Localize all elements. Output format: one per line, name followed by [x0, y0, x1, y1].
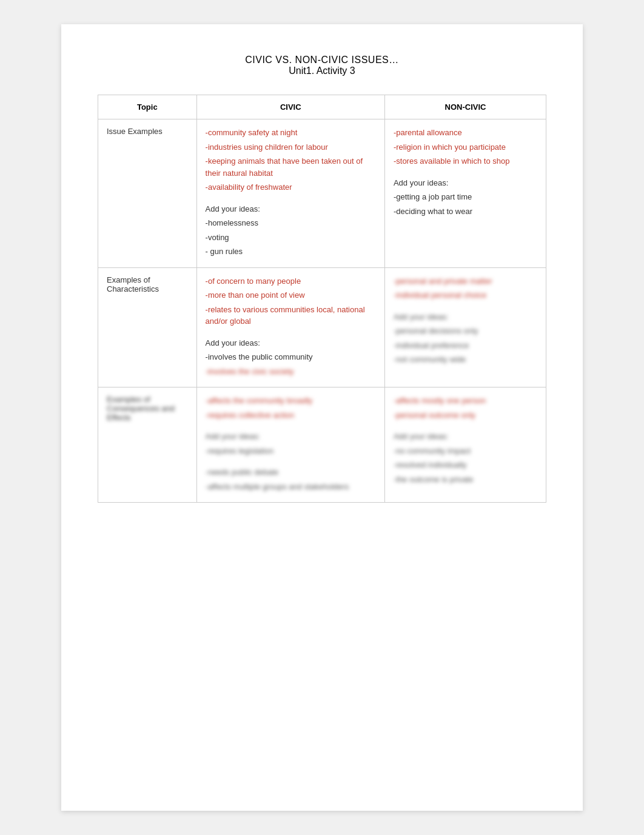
noncivic-row3-content: -affects mostly one person -personal out… [394, 395, 537, 485]
row3-civic-item-2: -requires collective action [206, 409, 376, 421]
civic-item-4: -availability of freshwater [206, 181, 376, 193]
char-noncivic-blurred-2: -individual personal choice [394, 289, 537, 301]
char-noncivic-add-3-blurred: -not community wide [394, 354, 537, 366]
char-civic-item-2: -more than one point of view [206, 289, 376, 301]
row3-civic-add-label: Add your ideas: [206, 431, 376, 443]
header-noncivic: NON-CIVIC [384, 95, 546, 119]
table-row: Examples of Consequences and Effects -af… [98, 387, 546, 503]
char-noncivic-add-2-blurred: -individual preference [394, 340, 537, 352]
civic-issue-examples-content: -community safety at night -industries u… [206, 127, 376, 258]
row3-noncivic-add-2: -resolved individually [394, 459, 537, 471]
civic-characteristics-content: -of concern to many people -more than on… [206, 275, 376, 378]
civic-add-item-3: - gun rules [206, 246, 376, 258]
row3-civic-item-1: -affects the community broadly [206, 395, 376, 407]
civic-item-3: -keeping animals that have been taken ou… [206, 155, 376, 179]
row3-civic-add-1: -requires legislation [206, 445, 376, 457]
page-title: CIVIC VS. NON-CIVIC ISSUES… Unit1. Activ… [98, 55, 546, 76]
char-civic-add-2-blurred: -involves the civic society [206, 366, 376, 378]
noncivic-item-1: -parental allowance [394, 127, 537, 139]
header-row: Topic CIVIC NON-CIVIC [98, 95, 546, 119]
civic-issue-examples-cell: -community safety at night -industries u… [196, 119, 384, 268]
noncivic-issue-examples-content: -parental allowance -religion in which y… [394, 127, 537, 217]
main-table: Topic CIVIC NON-CIVIC Issue Examples -co… [98, 95, 546, 503]
char-noncivic-add-1-blurred: -personal decisions only [394, 325, 537, 337]
table-row: Examples of Characteristics -of concern … [98, 267, 546, 387]
char-civic-item-3: -relates to various communities local, n… [206, 304, 376, 327]
char-civic-item-1: -of concern to many people [206, 275, 376, 287]
noncivic-add-item-2: -deciding what to wear [394, 206, 537, 218]
noncivic-row3-cell: -affects mostly one person -personal out… [384, 387, 546, 503]
row-label-blurred: Examples of Consequences and Effects [98, 387, 197, 503]
add-ideas-label-1: Add your ideas: [206, 203, 376, 215]
civic-characteristics-cell: -of concern to many people -more than on… [196, 267, 384, 387]
civic-add-item-2: -voting [206, 232, 376, 244]
char-noncivic-blurred-1: -personal and private matter [394, 275, 537, 287]
header-civic: CIVIC [196, 95, 384, 119]
civic-row3-cell: -affects the community broadly -requires… [196, 387, 384, 503]
noncivic-item-2: -religion in which you participate [394, 141, 537, 153]
char-civic-add-1: -involves the public community [206, 351, 376, 363]
row3-noncivic-add-1: -no community impact [394, 445, 537, 457]
civic-row3-content: -affects the community broadly -requires… [206, 395, 376, 492]
row-label-issue-examples: Issue Examples [98, 119, 197, 268]
row3-noncivic-item-2: -personal outcome only [394, 409, 537, 421]
noncivic-characteristics-content: -personal and private matter -individual… [394, 275, 537, 366]
char-noncivic-add-label-blurred: Add your ideas: [394, 311, 537, 323]
table-row: Issue Examples -community safety at nigh… [98, 119, 546, 268]
civic-item-1: -community safety at night [206, 127, 376, 139]
page-container: CIVIC VS. NON-CIVIC ISSUES… Unit1. Activ… [61, 24, 583, 811]
row3-civic-add-2: -needs public debate [206, 466, 376, 478]
title-line2: Unit1. Activity 3 [98, 65, 546, 76]
row-label-characteristics: Examples of Characteristics [98, 267, 197, 387]
row3-noncivic-item-1: -affects mostly one person [394, 395, 537, 407]
civic-item-2: -industries using children for labour [206, 141, 376, 153]
civic-add-item-1: -homelessness [206, 217, 376, 229]
row3-noncivic-add-3: -the outcome is private [394, 474, 537, 486]
row3-noncivic-add-label: Add your ideas: [394, 431, 537, 443]
noncivic-characteristics-cell: -personal and private matter -individual… [384, 267, 546, 387]
title-line1: CIVIC VS. NON-CIVIC ISSUES… [98, 55, 546, 65]
noncivic-add-item-1: -getting a job part time [394, 191, 537, 203]
noncivic-item-3: -stores available in which to shop [394, 155, 537, 167]
header-topic: Topic [98, 95, 197, 119]
add-ideas-label-char: Add your ideas: [206, 337, 376, 349]
noncivic-issue-examples-cell: -parental allowance -religion in which y… [384, 119, 546, 268]
row3-label-blurred: Examples of Consequences and Effects [107, 395, 175, 422]
row3-civic-add-3: -affects multiple groups and stakeholder… [206, 481, 376, 493]
add-ideas-label-noncivic-1: Add your ideas: [394, 177, 537, 189]
